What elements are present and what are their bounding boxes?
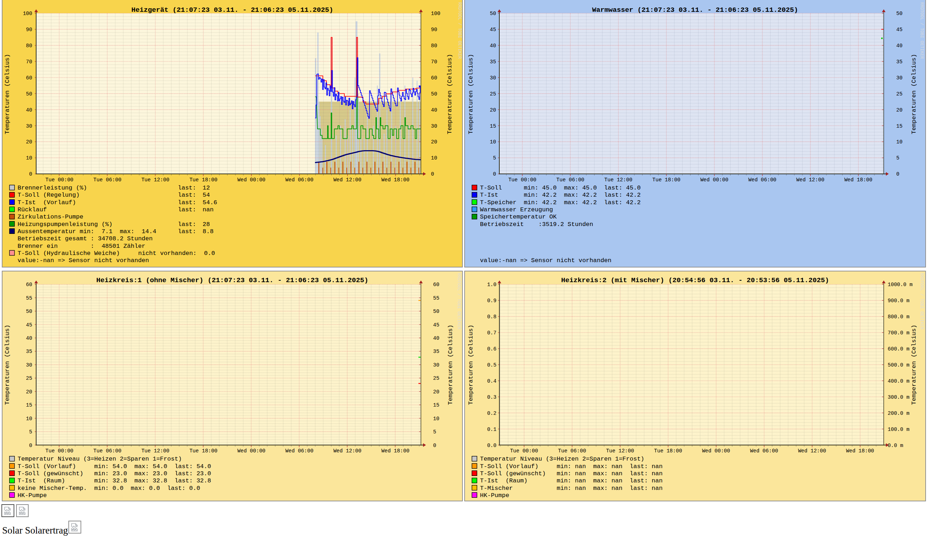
svg-text:500.0 m: 500.0 m [888, 362, 910, 368]
svg-text:100: 100 [23, 11, 32, 17]
svg-text:10: 10 [26, 155, 32, 161]
svg-text:Temperaturen (Celsius): Temperaturen (Celsius) [4, 54, 11, 134]
svg-text:800.0 m: 800.0 m [888, 314, 910, 320]
svg-text:Tue 18:00: Tue 18:00 [189, 177, 217, 183]
svg-text:55: 55 [433, 295, 439, 301]
svg-text:keine Mischer-Temp. min: 0.0: keine Mischer-Temp. min: 0.0 max: 0.0 la… [17, 485, 200, 492]
svg-text:0.6: 0.6 [487, 346, 497, 352]
svg-text:5: 5 [493, 155, 496, 161]
svg-text:Tue 12:00: Tue 12:00 [141, 177, 169, 183]
svg-text:Speichertemperatur OK: Speichertemperatur OK [480, 214, 557, 220]
svg-text:Tue 06:00: Tue 06:00 [93, 448, 121, 454]
svg-text:0: 0 [896, 171, 899, 177]
svg-text:0.2: 0.2 [487, 411, 497, 416]
svg-text:Heizgerät (21:07:23 03.11. - 2: Heizgerät (21:07:23 03.11. - 21:06:23 05… [131, 6, 333, 14]
svg-text:Wed 00:00: Wed 00:00 [702, 448, 730, 454]
svg-text:0.7: 0.7 [487, 330, 497, 336]
svg-text:Temperaturen (Celsius): Temperaturen (Celsius) [467, 54, 474, 134]
svg-text:Betriebszeit gesamt : 34708.2: Betriebszeit gesamt : 34708.2 Stunden [17, 235, 153, 242]
svg-text:25: 25 [490, 91, 496, 97]
svg-text:Tue 00:00: Tue 00:00 [508, 177, 536, 183]
svg-text:35: 35 [433, 349, 439, 354]
svg-text:T-Mischer min: nan: T-Mischer min: nan max: nan last: nan [480, 485, 663, 492]
svg-text:0.5: 0.5 [487, 362, 497, 368]
svg-text:Heizkreis:1 (ohne Mischer) (21: Heizkreis:1 (ohne Mischer) (21:07:23 03.… [96, 277, 368, 284]
svg-text:0.4: 0.4 [487, 378, 497, 384]
svg-text:40: 40 [26, 335, 32, 341]
svg-text:60: 60 [431, 75, 437, 81]
svg-text:nan: nan [203, 206, 214, 213]
svg-text:45: 45 [896, 27, 902, 32]
svg-text:20: 20 [26, 389, 32, 395]
svg-text:Wed 12:00: Wed 12:00 [333, 448, 361, 454]
svg-text:60: 60 [433, 282, 439, 288]
svg-text:54: 54 [203, 192, 210, 198]
svg-text:5: 5 [29, 429, 32, 435]
svg-text:Temperaturen (Celsius): Temperaturen (Celsius) [910, 325, 917, 405]
svg-text:Tue 06:00: Tue 06:00 [93, 177, 121, 183]
svg-text:last:: last: [178, 199, 196, 206]
svg-text:45: 45 [26, 322, 32, 328]
svg-text:0: 0 [433, 443, 436, 448]
svg-text:Tue 18:00: Tue 18:00 [654, 448, 682, 454]
svg-text:10: 10 [490, 139, 496, 145]
svg-text:Tue 00:00: Tue 00:00 [45, 448, 73, 454]
svg-text:0: 0 [29, 443, 32, 448]
svg-text:RRDTOOL / TOBI OETIKER: RRDTOOL / TOBI OETIKER [919, 2, 924, 58]
svg-text:value:-nan => Sensor nicht vor: value:-nan => Sensor nicht vorhanden [17, 257, 149, 264]
svg-text:Wed 12:00: Wed 12:00 [798, 448, 826, 454]
svg-text:25: 25 [896, 91, 902, 97]
svg-text:60: 60 [26, 282, 32, 288]
svg-text:15: 15 [433, 402, 439, 408]
svg-text:30: 30 [433, 362, 439, 368]
svg-text:90: 90 [26, 27, 32, 32]
svg-text:Temperaturen (Celsius): Temperaturen (Celsius) [446, 54, 453, 134]
svg-text:30: 30 [896, 75, 902, 81]
svg-text:10: 10 [431, 155, 437, 161]
svg-text:0: 0 [29, 171, 32, 177]
svg-text:Brenner ein : 48501 Z: Brenner ein : 48501 Zähler [17, 243, 145, 249]
svg-text:20: 20 [26, 139, 32, 145]
svg-text:RRDTOOL / TOBI OETIKER: RRDTOOL / TOBI OETIKER [457, 2, 462, 58]
svg-text:Rücklauf: Rücklauf [17, 206, 47, 213]
svg-text:400.0 m: 400.0 m [888, 378, 910, 384]
svg-text:Temperaturen (Celsius): Temperaturen (Celsius) [447, 325, 454, 405]
svg-text:5: 5 [433, 429, 436, 435]
svg-text:Wed 00:00: Wed 00:00 [237, 448, 265, 454]
svg-text:T-Speicher min: 42.2 max: 42: T-Speicher min: 42.2 max: 42.2 last: 42.… [480, 199, 641, 206]
svg-text:Wed 12:00: Wed 12:00 [333, 177, 361, 183]
svg-text:28: 28 [203, 221, 210, 228]
svg-text:15: 15 [26, 402, 32, 408]
svg-text:50: 50 [896, 11, 902, 17]
svg-text:20: 20 [896, 107, 902, 113]
svg-text:700.0 m: 700.0 m [888, 330, 910, 336]
svg-text:Tue 18:00: Tue 18:00 [653, 177, 680, 183]
svg-text:50: 50 [26, 91, 32, 97]
svg-text:20: 20 [431, 139, 437, 145]
svg-text:55: 55 [26, 295, 32, 301]
svg-text:30: 30 [26, 362, 32, 368]
svg-text:0: 0 [493, 171, 496, 177]
svg-text:300.0 m: 300.0 m [888, 394, 910, 400]
svg-text:Tue 12:00: Tue 12:00 [141, 448, 169, 454]
svg-text:Warmwasser (21:07:23 03.11. -: Warmwasser (21:07:23 03.11. - 21:06:23 0… [592, 6, 798, 14]
svg-text:RRDTOOL / TOBI OETIKER: RRDTOOL / TOBI OETIKER [919, 273, 924, 329]
svg-text:40: 40 [490, 43, 496, 49]
svg-text:Warmwasser Erzeugung: Warmwasser Erzeugung [480, 206, 553, 213]
svg-text:600.0 m: 600.0 m [888, 346, 910, 352]
svg-text:Wed 00:00: Wed 00:00 [237, 177, 265, 183]
svg-text:0.8: 0.8 [487, 314, 497, 320]
svg-text:0.1: 0.1 [487, 427, 497, 432]
svg-text:40: 40 [896, 43, 902, 49]
svg-text:50: 50 [490, 11, 496, 17]
svg-text:T-Soll (gewünscht) min: nan: T-Soll (gewünscht) min: nan max: nan las… [480, 470, 663, 477]
svg-text:Tue 18:00: Tue 18:00 [189, 448, 217, 454]
svg-text:40: 40 [433, 335, 439, 341]
svg-text:80: 80 [26, 43, 32, 49]
svg-text:Temperaturen (Celsius): Temperaturen (Celsius) [4, 325, 11, 405]
svg-text:T-Ist (Vorlauf): T-Ist (Vorlauf) [17, 199, 76, 206]
svg-text:8.8: 8.8 [203, 228, 214, 235]
svg-text:90: 90 [431, 27, 437, 32]
svg-text:0.3: 0.3 [487, 394, 497, 400]
svg-text:last:: last: [178, 228, 196, 235]
